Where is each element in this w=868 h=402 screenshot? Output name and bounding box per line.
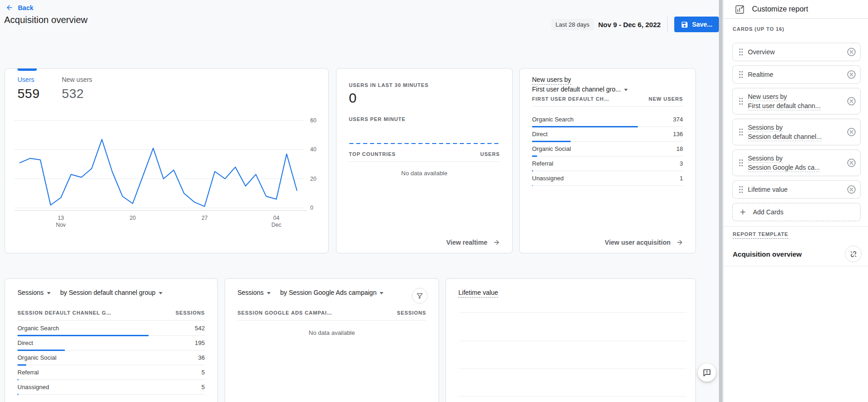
filter-button[interactable] xyxy=(412,288,428,304)
sidebar-card-label: Sessions by xyxy=(748,123,843,132)
svg-text:0: 0 xyxy=(310,205,313,211)
table-row: Referral5 xyxy=(17,365,205,380)
svg-text:20: 20 xyxy=(130,215,136,221)
vertical-scrollbar[interactable] xyxy=(719,0,723,402)
table-row: Unassigned1 xyxy=(532,171,683,186)
section-divider xyxy=(723,226,868,227)
lifetime-value-card: Lifetime value xyxy=(446,278,696,402)
sidebar-card-item[interactable]: New users byFirst user default chann... xyxy=(732,88,861,115)
page-title: Acquisition overview xyxy=(4,15,87,25)
date-preset-badge[interactable]: Last 28 days xyxy=(551,19,594,30)
table-row: Referral3 xyxy=(532,156,683,171)
drag-handle-icon[interactable] xyxy=(739,71,743,79)
drag-handle-icon[interactable] xyxy=(739,159,743,167)
new-users-value: 532 xyxy=(62,86,92,101)
channel-table: Organic Search542Direct195Organic Social… xyxy=(17,321,205,395)
selected-metric-indicator xyxy=(17,69,37,71)
date-range-picker[interactable]: Nov 9 - Dec 6, 2022 xyxy=(598,21,661,29)
row-label: Organic Social xyxy=(532,145,571,152)
view-user-acquisition-link[interactable]: View user acquisition xyxy=(605,239,683,246)
svg-text:60: 60 xyxy=(310,117,317,124)
gridline xyxy=(458,341,686,341)
row-label: Unassigned xyxy=(532,175,564,182)
arrow-right-icon xyxy=(493,239,500,246)
chevron-down-icon xyxy=(47,292,51,294)
sidebar-card-item[interactable]: Overview xyxy=(732,43,861,61)
dimension-col-header: SESSION GOOGLE ADS CAMPAI… xyxy=(237,310,332,316)
feedback-icon xyxy=(702,368,712,377)
remove-card-icon[interactable] xyxy=(846,47,856,57)
save-icon xyxy=(681,21,689,29)
metric-dropdown[interactable]: Sessions xyxy=(237,289,271,296)
remove-card-icon[interactable] xyxy=(846,127,856,137)
svg-text:Dec: Dec xyxy=(272,222,281,228)
sidebar-card-label: Session Google Ads ca... xyxy=(748,163,843,172)
header-controls: Last 28 days Nov 9 - Dec 6, 2022 Save... xyxy=(551,17,719,32)
table-row: Direct136 xyxy=(532,127,683,142)
sessions-by-channel-card: Sessions by Session default channel grou… xyxy=(5,278,218,402)
sidebar-card-item[interactable]: Realtime xyxy=(732,65,861,84)
svg-text:Nov: Nov xyxy=(56,222,66,228)
sidebar-card-item[interactable]: Sessions bySession Google Ads ca... xyxy=(732,149,861,176)
remove-card-icon[interactable] xyxy=(846,184,856,195)
metric-col-header: SESSIONS xyxy=(176,310,205,316)
tab-new-users-metric[interactable]: New users 532 xyxy=(62,76,92,101)
svg-text:13: 13 xyxy=(58,215,64,221)
row-label: Referral xyxy=(17,369,39,376)
dimension-dropdown[interactable]: by Session default channel group xyxy=(60,289,162,296)
svg-text:20: 20 xyxy=(310,176,317,182)
lifetime-value-title: Lifetime value xyxy=(458,289,498,298)
report-template-name: Acquisition overview xyxy=(733,250,802,258)
realtime-card: USERS IN LAST 30 MINUTES 0 USERS PER MIN… xyxy=(336,68,513,253)
sidebar-card-label: Lifetime value xyxy=(748,185,843,194)
row-label: Organic Search xyxy=(17,325,59,332)
unlink-template-button[interactable] xyxy=(845,246,862,262)
chevron-down-icon xyxy=(624,89,628,91)
feedback-button[interactable] xyxy=(698,363,716,382)
report-template-label: REPORT TEMPLATE xyxy=(733,231,788,239)
no-data-message: No data available xyxy=(225,329,439,336)
sidebar-card-item[interactable]: Lifetime value xyxy=(732,180,861,199)
remove-card-icon[interactable] xyxy=(846,69,856,80)
sessions-by-campaign-card: Sessions by Session Google Ads campaign … xyxy=(225,278,439,402)
tab-users-metric[interactable]: Users 559 xyxy=(17,76,40,101)
drag-handle-icon[interactable] xyxy=(739,186,743,194)
sidebar-card-label: First user default chann... xyxy=(748,101,843,110)
dimension-dropdown[interactable]: by Session Google Ads campaign xyxy=(280,289,383,296)
row-value: 542 xyxy=(195,325,205,332)
unlink-icon xyxy=(849,250,858,258)
drag-handle-icon[interactable] xyxy=(739,128,743,136)
back-arrow-icon xyxy=(6,4,13,11)
add-cards-button[interactable]: Add Cards xyxy=(732,203,861,221)
users-col-header: USERS xyxy=(480,151,500,157)
table-row: Organic Search542 xyxy=(17,321,205,336)
customize-report-icon xyxy=(735,4,745,15)
users-30min-label: USERS IN LAST 30 MINUTES xyxy=(349,82,428,88)
remove-card-icon[interactable] xyxy=(846,96,856,106)
back-link[interactable]: Back xyxy=(6,4,33,11)
sidebar-card-item[interactable]: Sessions bySession default channel... xyxy=(732,119,861,145)
dimension-dropdown[interactable]: First user default channel gro... xyxy=(532,85,628,94)
filter-icon xyxy=(416,292,424,300)
gridline xyxy=(458,396,686,396)
metric-dropdown[interactable]: Sessions xyxy=(17,289,51,296)
header-divider xyxy=(667,17,668,32)
save-button[interactable]: Save... xyxy=(674,17,719,32)
overview-card: Users 559 New users 532 020406013Nov2027… xyxy=(5,68,329,253)
row-value: 5 xyxy=(202,369,205,376)
table-row: Organic Search374 xyxy=(532,112,683,127)
table-row: Direct195 xyxy=(17,336,205,350)
table-row: Unassigned5 xyxy=(17,380,205,395)
row-value: 136 xyxy=(673,131,683,138)
row-value: 18 xyxy=(677,145,683,152)
row-value: 36 xyxy=(198,354,205,361)
row-value: 1 xyxy=(680,175,683,182)
drag-handle-icon[interactable] xyxy=(739,48,743,56)
row-value: 195 xyxy=(195,339,205,346)
row-label: Unassigned xyxy=(17,384,49,391)
view-realtime-link[interactable]: View realtime xyxy=(446,239,500,246)
top-countries-col-header: TOP COUNTRIES xyxy=(349,151,396,157)
drag-handle-icon[interactable] xyxy=(739,98,743,105)
remove-card-icon[interactable] xyxy=(846,158,856,168)
svg-text:40: 40 xyxy=(310,146,317,153)
